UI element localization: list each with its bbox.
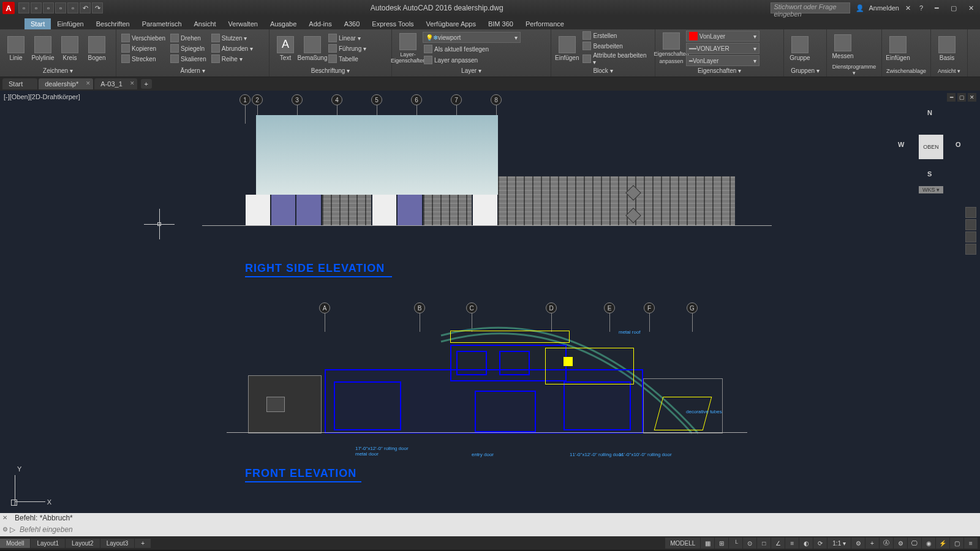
close-tab-icon[interactable]: ✕: [86, 80, 91, 86]
layer-dropdown[interactable]: 💡 ❄ viewport ▾: [423, 32, 521, 43]
viewport-controls[interactable]: [-][Oben][2D-Drahtkörper]: [4, 93, 80, 100]
tab-apps[interactable]: Verfügbare Apps: [420, 18, 482, 29]
panel-ansicht-label[interactable]: Ansicht ▾: [935, 67, 963, 75]
panel-zeichnen-label[interactable]: Zeichnen ▾: [4, 66, 112, 75]
linetype-dropdown[interactable]: ━━ VONLAYER▾: [686, 43, 760, 54]
status-transparency-icon[interactable]: ◐: [799, 538, 813, 549]
file-tab-dealership[interactable]: dealership*✕: [39, 78, 93, 89]
color-dropdown[interactable]: VonLayer▾: [686, 31, 760, 42]
model-tab[interactable]: Modell: [0, 539, 30, 548]
status-customize-icon[interactable]: ≡: [964, 538, 978, 549]
qat-new-icon[interactable]: ▫: [18, 2, 29, 13]
drawing-canvas[interactable]: [-][Oben][2D-Drahtkörper] ━ ▢ ✕ 1 2 3 4 …: [0, 91, 980, 513]
exchange-icon[interactable]: ✕: [903, 3, 913, 13]
status-gear-icon[interactable]: ⚙: [851, 538, 865, 549]
fuehrung-button[interactable]: Führung ▾: [327, 43, 368, 53]
bemassung-button[interactable]: Bemaßung: [300, 32, 325, 64]
qat-open-icon[interactable]: ▫: [31, 2, 42, 13]
tab-einfuegen[interactable]: Einfügen: [51, 18, 89, 29]
tab-parametrisch[interactable]: Parametrisch: [136, 18, 188, 29]
status-snap-icon[interactable]: ⊞: [715, 538, 728, 549]
layer-aktuell-button[interactable]: Als aktuell festlegen: [423, 44, 521, 54]
lineweight-dropdown[interactable]: ━ VonLayer▾: [686, 55, 760, 66]
status-hardware-icon[interactable]: ⚡: [936, 538, 949, 549]
status-isolate-icon[interactable]: ◉: [922, 538, 935, 549]
qat-print-icon[interactable]: ▫: [67, 2, 78, 13]
viewport-min-icon[interactable]: ━: [947, 93, 956, 102]
qat-undo-icon[interactable]: ↶: [80, 2, 91, 13]
close-tab-icon[interactable]: ✕: [130, 80, 135, 86]
messen-button[interactable]: Messen: [831, 31, 855, 62]
spiegeln-button[interactable]: Spiegeln: [169, 43, 208, 53]
command-input[interactable]: [20, 525, 387, 534]
eigenschaften-button[interactable]: Eigenschaftenanpassen: [659, 32, 684, 64]
tab-verwalten[interactable]: Verwalten: [222, 18, 264, 29]
tab-addins[interactable]: Add-ins: [303, 18, 337, 29]
qat-redo-icon[interactable]: ↷: [92, 2, 103, 13]
verschieben-button[interactable]: Verschieben: [120, 33, 167, 43]
viewport-close-icon[interactable]: ✕: [968, 93, 976, 102]
polylinie-button[interactable]: Polylinie: [31, 32, 55, 64]
maximize-button[interactable]: ▢: [947, 2, 960, 13]
kreis-button[interactable]: Kreis: [58, 32, 82, 64]
file-tab-start[interactable]: Start: [2, 78, 37, 89]
add-layout-button[interactable]: +: [135, 539, 151, 548]
status-osnap-icon[interactable]: □: [757, 538, 771, 549]
tab-bim360[interactable]: BIM 360: [482, 18, 519, 29]
panel-zwischen-label[interactable]: Zwischenablage: [886, 67, 927, 75]
layer-eigenschaften-button[interactable]: Layer-Eigenschaften: [396, 32, 420, 64]
bogen-button[interactable]: Bogen: [85, 32, 109, 64]
qat-save-icon[interactable]: ▫: [43, 2, 54, 13]
signin-icon[interactable]: 👤: [855, 3, 865, 13]
status-scale[interactable]: 1:1 ▾: [827, 538, 851, 549]
text-button[interactable]: AText: [273, 32, 298, 64]
new-tab-button[interactable]: +: [141, 79, 152, 89]
status-modell[interactable]: MODELL: [665, 538, 700, 549]
block-bearbeiten-button[interactable]: Bearbeiten: [581, 41, 651, 51]
panel-gruppen-label[interactable]: Gruppen ▾: [788, 66, 823, 75]
status-lweight-icon[interactable]: ≡: [785, 538, 799, 549]
cmd-close-icon[interactable]: ✕: [2, 514, 10, 522]
tab-performance[interactable]: Performance: [519, 18, 570, 29]
gruppe-button[interactable]: Gruppe: [788, 32, 812, 64]
status-clean-icon[interactable]: ▢: [950, 538, 963, 549]
status-workspace-icon[interactable]: ⚙: [894, 538, 907, 549]
nav-wheel-icon[interactable]: [965, 207, 976, 218]
help-search[interactable]: Stichwort oder Frage eingeben: [771, 2, 850, 13]
layout3-tab[interactable]: Layout3: [100, 539, 135, 548]
panel-block-label[interactable]: Block ▾: [555, 66, 651, 75]
minimize-button[interactable]: ━: [930, 2, 943, 13]
linie-button[interactable]: Linie: [4, 32, 28, 64]
nav-orbit-icon[interactable]: [965, 244, 976, 255]
status-cycling-icon[interactable]: ⟳: [813, 538, 827, 549]
panel-beschriftung-label[interactable]: Beschriftung ▾: [273, 66, 388, 75]
viewcube-wks[interactable]: WKS ▾: [919, 186, 943, 193]
app-logo[interactable]: A: [2, 2, 15, 14]
basis-button[interactable]: Basis: [935, 33, 959, 65]
stutzen-button[interactable]: Stutzen ▾: [210, 33, 254, 43]
nav-pan-icon[interactable]: [965, 219, 976, 230]
status-annotation-icon[interactable]: Ⓐ: [880, 538, 893, 549]
qat-saveas-icon[interactable]: ▫: [55, 2, 66, 13]
status-polar-icon[interactable]: ⊙: [743, 538, 756, 549]
abrunden-button[interactable]: Abrunden ▾: [210, 43, 254, 53]
signin-label[interactable]: Anmelden: [869, 4, 899, 12]
layout2-tab[interactable]: Layout2: [66, 539, 100, 548]
tab-start[interactable]: Start: [24, 18, 51, 29]
close-button[interactable]: ✕: [964, 2, 978, 13]
linear-button[interactable]: Linear ▾: [327, 33, 368, 43]
file-tab-a03[interactable]: A-03_1✕: [94, 78, 137, 89]
layer-anpassen-button[interactable]: Layer anpassen: [423, 55, 521, 65]
tab-ausgabe[interactable]: Ausgabe: [264, 18, 303, 29]
drehen-button[interactable]: Drehen: [169, 33, 208, 43]
status-grid-icon[interactable]: ▦: [701, 538, 714, 549]
skalieren-button[interactable]: Skalieren: [169, 54, 208, 64]
layout1-tab[interactable]: Layout1: [31, 539, 65, 548]
tab-express[interactable]: Express Tools: [366, 18, 420, 29]
cmd-customize-icon[interactable]: ⚙: [2, 526, 10, 533]
viewcube[interactable]: N S W O OBEN WKS ▾: [900, 109, 962, 189]
status-monitor-icon[interactable]: 🖵: [908, 538, 921, 549]
tabelle-button[interactable]: Tabelle: [327, 54, 368, 64]
status-plus-icon[interactable]: +: [865, 538, 879, 549]
strecken-button[interactable]: Strecken: [120, 54, 167, 64]
